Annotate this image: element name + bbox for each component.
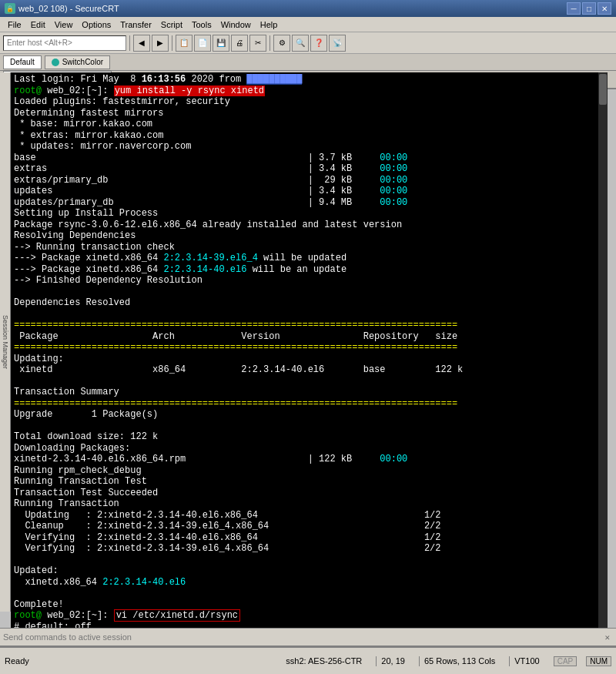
menu-tools[interactable]: Tools: [187, 18, 216, 31]
status-ready: Ready: [5, 656, 66, 666]
subtab-bar: Default SwitchColor: [0, 54, 616, 71]
toolbar-btn-8[interactable]: ❓: [310, 35, 327, 52]
terminal-output: Last login: Fri May 8 16:13:56 2020 from…: [11, 72, 598, 635]
menu-options[interactable]: Options: [77, 18, 116, 31]
switchcolor-icon: [52, 59, 59, 66]
session-manager-panel[interactable]: Session Manager: [0, 72, 11, 612]
subtab-switchcolor-label: SwitchColor: [62, 58, 103, 66]
toolbar-btn-3[interactable]: 💾: [213, 35, 229, 52]
toolbar-sep-2: [172, 35, 172, 51]
terminal-scrollbar[interactable]: [598, 72, 608, 635]
menu-file[interactable]: File: [3, 18, 26, 31]
command-bar: ✕: [0, 628, 616, 646]
toolbar-back-btn[interactable]: ◀: [133, 35, 150, 52]
command-bar-close[interactable]: ✕: [601, 632, 613, 642]
menu-help[interactable]: Help: [256, 18, 283, 31]
toolbar-btn-5[interactable]: ✂: [249, 35, 266, 52]
status-caps-lock: CAP: [554, 656, 578, 666]
toolbar-sep-1: [129, 35, 130, 51]
status-ssh-info: ssh2: AES-256-CTR: [281, 656, 367, 666]
toolbar-btn-6[interactable]: ⚙: [273, 35, 290, 52]
status-bar: Ready ssh2: AES-256-CTR 20, 19 65 Rows, …: [0, 646, 616, 674]
maximize-button[interactable]: □: [582, 2, 596, 15]
toolbar-btn-2[interactable]: 📄: [194, 35, 211, 52]
subtab-switchcolor[interactable]: SwitchColor: [45, 55, 110, 69]
toolbar-btn-9[interactable]: 📡: [329, 35, 346, 52]
menu-bar: File Edit View Options Transfer Script T…: [0, 17, 616, 32]
host-input[interactable]: [3, 35, 126, 51]
minimize-button[interactable]: ─: [567, 2, 581, 15]
app-icon: 🔒: [5, 3, 15, 14]
session-manager-label: Session Manager: [2, 315, 9, 369]
toolbar-btn-4[interactable]: 🖨: [231, 35, 248, 52]
close-button[interactable]: ✕: [598, 2, 611, 15]
toolbar-btn-7[interactable]: 🔍: [292, 35, 309, 52]
window-title: web_02 108) - SecureCRT: [18, 4, 119, 13]
toolbar-fwd-btn[interactable]: ▶: [152, 35, 169, 52]
subtab-default-label: Default: [10, 58, 35, 66]
menu-view[interactable]: View: [50, 18, 78, 31]
title-bar: 🔒 web_02 108) - SecureCRT ─ □ ✕: [0, 0, 616, 17]
toolbar-sep-3: [270, 35, 270, 51]
menu-transfer[interactable]: Transfer: [116, 18, 156, 31]
subtab-default[interactable]: Default: [3, 55, 42, 69]
status-num-lock: NUM: [586, 656, 611, 666]
status-position: 20, 19: [376, 656, 410, 666]
menu-edit[interactable]: Edit: [26, 18, 50, 31]
toolbar-btn-1[interactable]: 📋: [176, 35, 192, 52]
toolbar: ◀ ▶ 📋 📄 💾 🖨 ✂ ⚙ 🔍 ❓ 📡: [0, 32, 616, 54]
terminal-scrollbar-thumb[interactable]: [599, 74, 607, 105]
command-input[interactable]: [3, 630, 601, 644]
menu-window[interactable]: Window: [216, 18, 256, 31]
status-terminal-type: VT100: [509, 656, 544, 666]
status-dimensions: 65 Rows, 113 Cols: [419, 656, 500, 666]
terminal-container[interactable]: Last login: Fri May 8 16:13:56 2020 from…: [11, 72, 608, 635]
menu-script[interactable]: Script: [156, 18, 187, 31]
